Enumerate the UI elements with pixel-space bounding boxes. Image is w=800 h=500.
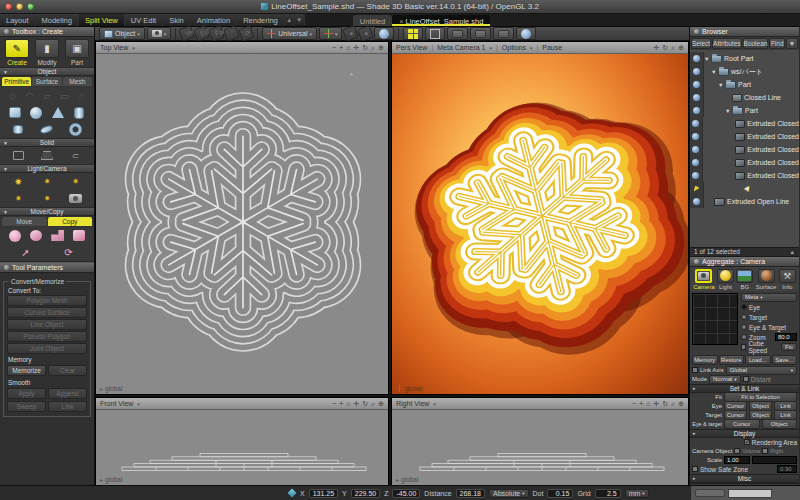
visibility-sphere-icon[interactable] [693, 107, 700, 114]
point-light-tool[interactable]: ✷ [10, 175, 26, 188]
doc-tab-active[interactable]: ×LineOffset_Sample.shd [392, 15, 490, 26]
viewport-layout-button[interactable] [403, 27, 423, 40]
toolbox-tab-create[interactable]: ✎ Create [5, 39, 29, 66]
front-view-label[interactable]: Front View [100, 400, 133, 407]
dot-value[interactable]: 0.15 [547, 489, 573, 498]
distant-light-tool[interactable]: ✷ [68, 175, 84, 188]
rounded-cube-tool[interactable] [7, 106, 23, 119]
tree-row-extruded-closed[interactable]: Extruded Closed [690, 156, 799, 169]
magnify-icon[interactable]: ⌕ [671, 400, 675, 408]
pers-view-canvas[interactable]: global [392, 54, 688, 394]
expand-arrow-icon[interactable]: ▼ [704, 56, 711, 62]
convert-line-object-button[interactable]: Line Object [7, 319, 87, 330]
scale-field-2[interactable] [752, 456, 797, 464]
memorize-button[interactable]: Memorize [7, 365, 46, 376]
visibility-sphere-icon[interactable] [693, 94, 700, 101]
radio-icon[interactable] [741, 324, 747, 330]
tab-primitive[interactable]: Primitive [2, 77, 31, 86]
rotate-view-icon[interactable]: ↻ [662, 400, 668, 408]
other-section-bar[interactable]: ▼Other [0, 261, 94, 263]
collapse-dot-icon[interactable] [4, 29, 9, 34]
manipulator-button[interactable]: ▾ [319, 27, 343, 40]
solid-section-bar[interactable]: ▼Solid [0, 138, 94, 147]
expand-arrow-icon[interactable]: ▼ [725, 108, 732, 114]
visibility-sphere-icon[interactable] [692, 172, 699, 179]
convert-pseudo-polygon-button[interactable]: Pseudo Polygon [7, 331, 87, 342]
cylinder-tool[interactable] [71, 106, 87, 119]
solid-cup-tool[interactable] [39, 149, 55, 162]
disabled-sphere-button[interactable]: ● [343, 25, 360, 42]
aggregate-tab-surface[interactable]: Surface [756, 269, 777, 290]
grid-value[interactable]: 2.5 [595, 489, 621, 498]
visibility-sphere-icon[interactable] [692, 146, 699, 153]
viewport-pers[interactable]: Pers View | Meta Camera 1 ▾ | Options ▾ … [391, 41, 689, 395]
tree-row-extruded-closed[interactable]: Extruded Closed [690, 169, 799, 182]
expand-arrow-icon[interactable]: ▼ [711, 69, 718, 75]
toolbox-tab-part[interactable]: ▣ Part [65, 39, 89, 66]
tab-split-view[interactable]: Split View [79, 14, 125, 26]
radio-icon[interactable] [741, 334, 747, 340]
fit-view-icon[interactable]: ⊕ [378, 400, 384, 408]
options-dropdown[interactable]: Options [502, 44, 526, 51]
tab-modeling[interactable]: Modeling [36, 14, 79, 26]
coordinate-mode-dropdown[interactable]: Absolute▾ [489, 489, 529, 498]
zoom-out-icon[interactable]: − [632, 400, 636, 408]
magnify-icon[interactable]: ⌕ [371, 400, 375, 408]
restore-button[interactable]: Restore [719, 355, 745, 365]
tab-uv-edit[interactable]: UV Edit [125, 14, 163, 26]
scale-field[interactable]: 1.00 [724, 456, 750, 464]
expand-arrow-icon[interactable]: ▼ [718, 82, 725, 88]
aggregate-tab-bg[interactable]: BG [736, 269, 753, 290]
tab-mesh[interactable]: Mesh [63, 77, 92, 86]
short-cylinder-tool[interactable] [10, 123, 26, 136]
rotate-select-button[interactable]: ⟳ [238, 25, 255, 42]
solid-box-tool[interactable] [10, 149, 26, 162]
footer-button[interactable] [695, 489, 725, 497]
aggregate-header[interactable]: Aggregate : Camera [690, 257, 799, 267]
camera-preview[interactable] [692, 293, 738, 345]
fit-view-icon[interactable]: ⊕ [378, 44, 384, 52]
top-view-label[interactable]: Top View [100, 44, 128, 51]
radio-icon[interactable] [741, 304, 747, 310]
browser-tab-attributes[interactable]: Attributes [712, 38, 741, 49]
preview-render-button[interactable] [516, 27, 536, 40]
viewport-top[interactable]: Top View ▾ − + ⌂ ✛ ↻ ⌕ ⊕ [95, 41, 389, 395]
zoom-in-icon[interactable]: + [339, 400, 343, 408]
x-value[interactable]: 131.25 [309, 489, 338, 498]
memory-button[interactable]: Memory [692, 355, 718, 365]
misc-section[interactable]: ▸Misc [690, 474, 799, 483]
object-section-bar[interactable]: ▼Object [0, 67, 94, 76]
zoom-out-icon[interactable]: − [332, 44, 336, 52]
tree-row-extruded-closed[interactable]: Extruded Closed [690, 117, 799, 130]
smooth-label[interactable]: Smooth [8, 379, 88, 386]
smooth-append-button[interactable]: Append [48, 388, 87, 399]
smooth-sweep-button[interactable]: Sweep [7, 401, 46, 412]
close-tab-icon[interactable]: × [399, 17, 403, 26]
front-view-canvas[interactable]: ▸global [96, 410, 388, 485]
rendering-area-checkbox[interactable] [744, 439, 750, 445]
visibility-sphere-icon[interactable] [692, 159, 699, 166]
fit-view-icon[interactable]: ⊕ [678, 44, 684, 52]
pers-view-label[interactable]: Pers View [396, 44, 427, 51]
mode-dropdown[interactable]: Normal▾ [709, 375, 741, 384]
meta-dropdown[interactable]: Meta▾ [741, 293, 797, 302]
smooth-apply-button[interactable]: Apply [7, 388, 46, 399]
tab-layout[interactable]: Layout [0, 14, 36, 26]
viewport-right[interactable]: Right View ▾ − + ⌂ ✛ ↻ ⌕ ⊕ [391, 397, 689, 486]
tool-parameters-header[interactable]: Tool Parameters [0, 263, 94, 273]
browser-tab-select[interactable]: Select [691, 38, 711, 49]
link-axis-dropdown[interactable]: Global▾ [726, 366, 797, 375]
right-view-label[interactable]: Right View [396, 400, 429, 407]
cone-tool[interactable] [50, 106, 66, 119]
copy-blocks-tool[interactable] [50, 229, 66, 242]
cube-speed-checkbox[interactable] [741, 344, 746, 350]
eye-target-object-button[interactable]: Object [762, 419, 798, 429]
magnify-icon[interactable]: ⌕ [371, 44, 375, 52]
distant-checkbox[interactable] [743, 376, 749, 382]
rotate-view-icon[interactable]: ↻ [362, 400, 368, 408]
right-view-canvas[interactable]: ▸global [392, 410, 688, 485]
tree-row-extruded-open-line[interactable]: Extruded Open Line [690, 195, 799, 208]
convert-curved-surface-button[interactable]: Curved Surface [7, 307, 87, 318]
tab-skin[interactable]: Skin [163, 14, 191, 26]
fit-view-icon[interactable]: ⊕ [678, 400, 684, 408]
